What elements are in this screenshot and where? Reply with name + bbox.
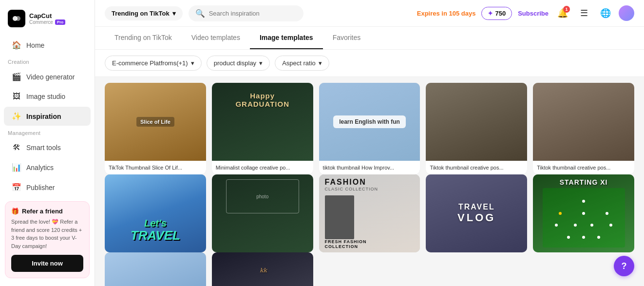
search-input[interactable] — [209, 10, 297, 17]
template-grid-container: Slice of Life TikTok Thumbnail Slice Of … — [95, 77, 644, 286]
help-button[interactable]: ? — [614, 256, 634, 276]
refer-card: 🎁 Refer a friend Spread the love! 💝 Refe… — [5, 201, 90, 278]
header-icons: 🔔 1 ☰ 🌐 — [554, 5, 634, 21]
refer-emoji: 🎁 — [11, 208, 19, 215]
chevron-down-icon: ▾ — [172, 10, 176, 17]
sidebar-item-inspiration[interactable]: ✨ Inspiration — [4, 107, 91, 126]
list-item[interactable]: STARTING XI — [533, 174, 634, 252]
credits-button[interactable]: ✦ 750 — [481, 7, 512, 20]
refer-desc: Spread the love! 💝 Refer a friend and sc… — [11, 218, 83, 250]
list-item[interactable]: FASHION CLASIC COLLECTION FRESH FASHIONC… — [319, 174, 420, 252]
filter-aspect-button[interactable]: Aspect ratio ▾ — [275, 56, 329, 71]
expires-text: Expires in 105 days — [417, 10, 476, 17]
trending-label: Trending on TikTok — [112, 10, 170, 17]
list-item[interactable]: Slice of Life TikTok Thumbnail Slice Of … — [105, 83, 206, 174]
header: Trending on TikTok ▾ 🔍 Expires in 105 da… — [95, 0, 644, 27]
sidebar-item-home[interactable]: 🏠 Home — [4, 36, 91, 55]
filter-display-button[interactable]: product display ▾ — [207, 56, 270, 71]
list-item[interactable]: photo — [212, 174, 313, 252]
pro-badge: Pro — [55, 19, 65, 25]
card-title: TikTok Thumbnail Slice Of Lif... — [105, 161, 206, 174]
tab-video-templates[interactable]: Video templates — [182, 27, 250, 49]
trending-dropdown-button[interactable]: Trending on TikTok ▾ — [105, 6, 183, 20]
tab-favorites[interactable]: Favorites — [323, 27, 371, 49]
management-section-label: Management — [0, 126, 95, 138]
list-item[interactable]: Tiktok thumbnail creative pos... — [533, 83, 634, 174]
template-grid-row2: Let'sTRAVEL photo FASHIO — [105, 174, 634, 252]
sidebar-item-image-studio[interactable]: 🖼 Image studio — [4, 87, 91, 106]
list-item[interactable]: Let'sTRAVEL — [105, 174, 206, 252]
search-icon: 🔍 — [195, 9, 205, 18]
sidebar: CapCut Commerce Pro 🏠 Home Creation 🎬 Vi… — [0, 0, 95, 286]
notification-badge: 1 — [563, 6, 570, 13]
list-item[interactable]: TRAVELVLOG — [426, 174, 527, 252]
subscribe-button[interactable]: Subscribe — [518, 10, 549, 17]
main-content: Trending on TikTok ▾ 🔍 Expires in 105 da… — [95, 0, 644, 286]
svg-point-1 — [16, 16, 20, 21]
list-item[interactable]: ᵏᵏ — [212, 252, 313, 286]
search-box: 🔍 — [189, 5, 304, 21]
sidebar-item-analytics[interactable]: 📊 Analytics — [4, 158, 91, 177]
list-item[interactable]: learn English with fun tiktok thumbnail … — [319, 83, 420, 174]
chevron-down-icon: ▾ — [319, 59, 322, 67]
filter-platform-button[interactable]: E-commerce Platfroms(+1) ▾ — [105, 56, 202, 71]
card-title: Minimalist collage creative po... — [212, 161, 313, 174]
sidebar-item-smart-tools[interactable]: 🛠 Smart tools — [4, 138, 91, 157]
logo-icon — [8, 10, 25, 27]
chevron-down-icon: ▾ — [191, 59, 194, 67]
logo-sub: Commerce Pro — [29, 19, 65, 25]
tab-image-templates[interactable]: Image templates — [250, 27, 323, 49]
image-studio-icon: 🖼 — [12, 92, 21, 101]
avatar[interactable] — [619, 5, 634, 21]
card-title: tiktok thumbnail How Improv... — [319, 161, 420, 174]
filters-bar: E-commerce Platfroms(+1) ▾ product displ… — [95, 50, 644, 77]
refer-title: 🎁 Refer a friend — [11, 208, 83, 215]
tab-trending[interactable]: Trending on TikTok — [105, 27, 182, 49]
creation-section-label: Creation — [0, 55, 95, 67]
logo-name: CapCut — [29, 12, 65, 19]
tabs: Trending on TikTok Video templates Image… — [95, 27, 644, 50]
menu-button[interactable]: ☰ — [576, 5, 592, 21]
list-item[interactable]: HappyGRADUATION Minimalist collage creat… — [212, 83, 313, 174]
smart-tools-icon: 🛠 — [12, 143, 21, 152]
template-grid-row3: ᵏᵏ — [105, 252, 634, 286]
notification-button[interactable]: 🔔 1 — [554, 5, 571, 21]
credits-value: 750 — [495, 10, 506, 17]
inspiration-icon: ✨ — [12, 112, 21, 121]
diamond-icon: ✦ — [488, 10, 493, 17]
sidebar-item-publisher[interactable]: 📅 Publisher — [4, 178, 91, 197]
list-item[interactable]: Tiktok thumbnail creative pos... — [426, 83, 527, 174]
card-title: Tiktok thumbnail creative pos... — [426, 161, 527, 174]
list-item[interactable] — [105, 252, 206, 286]
invite-now-button[interactable]: Invite now — [11, 255, 83, 272]
analytics-icon: 📊 — [12, 163, 21, 172]
video-icon: 🎬 — [12, 72, 21, 81]
card-title: Tiktok thumbnail creative pos... — [533, 161, 634, 174]
sidebar-item-video-generator[interactable]: 🎬 Video generator — [4, 67, 91, 86]
home-icon: 🏠 — [12, 40, 21, 50]
language-button[interactable]: 🌐 — [597, 5, 614, 21]
chevron-down-icon: ▾ — [259, 59, 263, 67]
template-grid-row1: Slice of Life TikTok Thumbnail Slice Of … — [105, 83, 634, 174]
card-overlay-text: learn English with fun — [339, 118, 400, 125]
logo: CapCut Commerce Pro — [0, 6, 95, 35]
publisher-icon: 📅 — [12, 183, 21, 192]
